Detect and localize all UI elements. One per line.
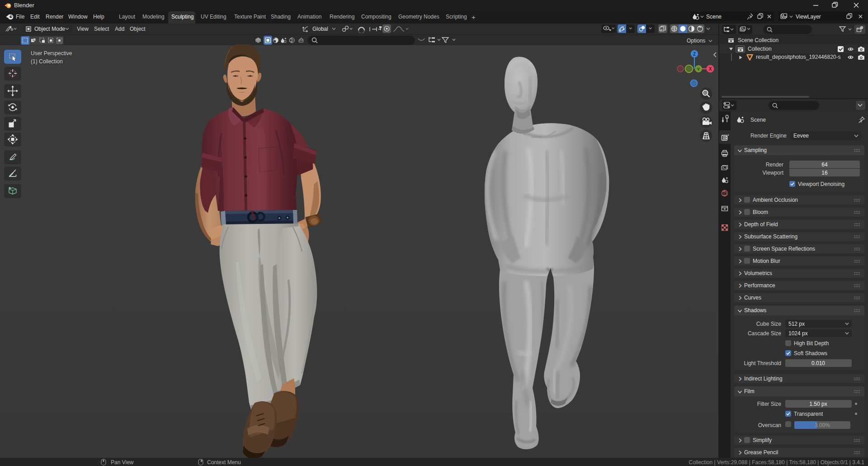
- svg-text:Y: Y: [697, 67, 700, 71]
- svg-text:X: X: [709, 67, 712, 71]
- svg-text:Z: Z: [693, 52, 696, 57]
